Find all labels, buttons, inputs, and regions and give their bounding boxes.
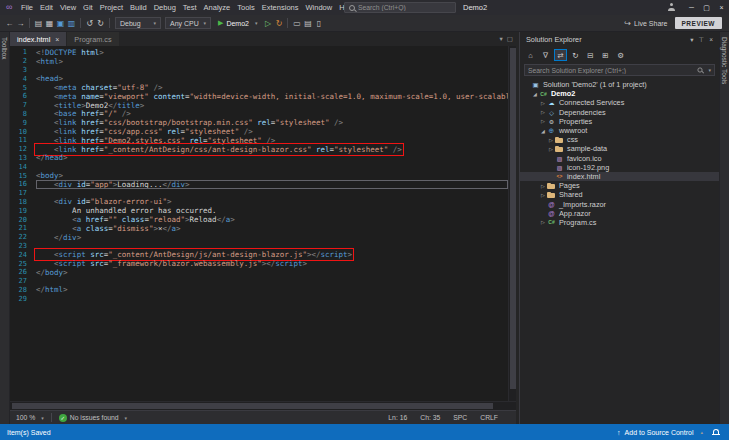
tree-item-index-html[interactable]: <>index.html (520, 172, 719, 181)
float-window-icon[interactable]: ▢ (507, 35, 513, 43)
code-line-5[interactable]: 5 <meta charset="utf-8" /> (10, 83, 508, 92)
code-line-3[interactable]: 3 (10, 66, 508, 75)
code-line-17[interactable]: 17 (10, 189, 508, 198)
menu-tools[interactable]: Tools (234, 3, 259, 12)
comment-icon[interactable]: ▤ (302, 18, 313, 29)
sync-with-active-document-icon[interactable]: ⇄ (554, 49, 567, 61)
tree-item-sample-data[interactable]: ▷sample-data (520, 144, 719, 153)
chevron-down-icon[interactable]: ◢ (539, 128, 547, 134)
live-share-button[interactable]: ↪ Live Share (624, 19, 667, 28)
scrollbar-thumb[interactable] (510, 48, 516, 389)
line-number[interactable]: 29 (10, 295, 32, 303)
line-number[interactable]: 24 (10, 251, 32, 259)
forward-icon[interactable]: → (15, 18, 26, 29)
line-number[interactable]: 28 (10, 286, 32, 294)
back-icon[interactable]: ← (4, 18, 15, 29)
close-icon[interactable]: × (709, 36, 713, 44)
pin-icon[interactable]: ⊤ (699, 36, 705, 44)
line-number[interactable]: 11 (10, 136, 32, 144)
column-indicator[interactable]: Ch: 35 (420, 414, 440, 421)
preview-badge[interactable]: PREVIEW (675, 17, 722, 29)
line-number[interactable]: 26 (10, 268, 32, 276)
code-line-18[interactable]: 18 <div id="blazor-error-ui"> (10, 198, 508, 207)
zoom-control[interactable]: 100 % ▾ (16, 414, 44, 421)
tree-item-solution-demo2-1-of-1-project[interactable]: ▣Solution 'Demo2' (1 of 1 project) (520, 80, 719, 89)
platform-dropdown[interactable]: Any CPU ▾ (165, 17, 211, 29)
horizontal-scrollbar[interactable] (10, 401, 516, 410)
global-search-box[interactable] (344, 2, 456, 13)
code-line-19[interactable]: 19 An unhandled error has occurred. (10, 206, 508, 215)
code-line-20[interactable]: 20 <a href="" class="reload">Reload</a> (10, 215, 508, 224)
code-line-11[interactable]: 11 <link href="Demo2.styles.css" rel="st… (10, 136, 508, 145)
spaces-indicator[interactable]: SPC (453, 414, 467, 421)
code-line-25[interactable]: 25 <script src="_framework/blazor.webass… (10, 259, 508, 268)
menu-debug[interactable]: Debug (150, 3, 179, 12)
code-area[interactable]: 1<!DOCTYPE html>2<html>34<head>5 <meta c… (10, 46, 508, 401)
issues-indicator[interactable]: ✓ No issues found ▾ (59, 414, 127, 422)
menu-view[interactable]: View (56, 3, 79, 12)
code-line-23[interactable]: 23 (10, 242, 508, 251)
code-line-9[interactable]: 9 <link href="css/bootstrap/bootstrap.mi… (10, 118, 508, 127)
tree-item-shared[interactable]: ▷Shared (520, 190, 719, 199)
chevron-right-icon[interactable]: ▷ (539, 118, 547, 124)
menu-file[interactable]: File (17, 3, 36, 12)
code-line-4[interactable]: 4<head> (10, 74, 508, 83)
code-line-26[interactable]: 26</body> (10, 268, 508, 277)
line-number[interactable]: 5 (10, 84, 32, 92)
maximize-button[interactable]: ▢ (699, 0, 714, 15)
line-number[interactable]: 18 (10, 198, 32, 206)
tree-item-connected-services[interactable]: ▷☁Connected Services (520, 98, 719, 107)
line-number[interactable]: 9 (10, 119, 32, 127)
scrollbar-thumb[interactable] (12, 403, 493, 409)
chevron-right-icon[interactable]: ▷ (539, 192, 547, 198)
diagnostic-tools-tab[interactable]: Diagnostic Tools (721, 37, 728, 424)
menu-build[interactable]: Build (127, 3, 151, 12)
code-line-28[interactable]: 28</html> (10, 286, 508, 295)
refresh-icon[interactable]: ↻ (569, 49, 582, 61)
bookmark-icon[interactable]: ▯ (313, 18, 324, 29)
tree-item-program-cs[interactable]: ▷C#Program.cs (520, 218, 719, 227)
toolbox-tab[interactable]: Toolbox (1, 37, 8, 424)
save-icon[interactable]: ▣ (55, 18, 66, 29)
code-line-22[interactable]: 22 </div> (10, 233, 508, 242)
code-line-27[interactable]: 27 (10, 277, 508, 286)
chevron-right-icon[interactable]: ▷ (539, 219, 547, 225)
code-line-6[interactable]: 6 <meta name="viewport" content="width=d… (10, 92, 508, 101)
code-line-7[interactable]: 7 <title>Demo2</title> (10, 101, 508, 110)
undo-icon[interactable]: ↺ (84, 18, 95, 29)
tree-item-imports-razor[interactable]: @_Imports.razor (520, 199, 719, 208)
line-number[interactable]: 21 (10, 224, 32, 232)
chevron-right-icon[interactable]: ▷ (539, 100, 547, 106)
menu-edit[interactable]: Edit (37, 3, 57, 12)
global-search-input[interactable] (358, 4, 455, 11)
properties-icon[interactable]: ⚙ (614, 49, 627, 61)
line-ending-indicator[interactable]: CRLF (480, 414, 498, 421)
tree-item-wwwroot[interactable]: ◢⊕wwwroot (520, 126, 719, 135)
line-number[interactable]: 2 (10, 57, 32, 65)
tree-item-properties[interactable]: ▷⚙Properties (520, 117, 719, 126)
line-number[interactable]: 13 (10, 154, 32, 162)
tree-item-demo2[interactable]: ◢C#Demo2 (520, 89, 719, 98)
chevron-down-icon[interactable]: ◢ (531, 91, 539, 97)
collapse-all-icon[interactable]: ⊟ (584, 49, 597, 61)
tree-item-css[interactable]: ▷css (520, 135, 719, 144)
tree-item-icon-192-png[interactable]: ▨icon-192.png (520, 163, 719, 172)
line-number[interactable]: 4 (10, 75, 32, 83)
line-number[interactable]: 6 (10, 92, 32, 100)
line-number[interactable]: 10 (10, 128, 32, 136)
line-number[interactable]: 15 (10, 172, 32, 180)
show-all-files-icon[interactable]: ⊞ (599, 49, 612, 61)
tree-item-dependencies[interactable]: ▷◇Dependencies (520, 108, 719, 117)
tab-program-cs[interactable]: Program.cs (67, 32, 118, 46)
vertical-scrollbar[interactable] (508, 46, 516, 401)
tree-item-favicon-ico[interactable]: ▨favicon.ico (520, 154, 719, 163)
code-line-21[interactable]: 21 <a class="dismiss">×</a> (10, 224, 508, 233)
line-number[interactable]: 22 (10, 233, 32, 241)
document-well-dropdown-icon[interactable]: ▾ (500, 35, 503, 43)
code-line-8[interactable]: 8 <base href="/" /> (10, 110, 508, 119)
chevron-right-icon[interactable]: ▷ (547, 137, 555, 143)
line-number[interactable]: 7 (10, 101, 32, 109)
find-in-files-icon[interactable]: ▭ (291, 18, 302, 29)
code-line-14[interactable]: 14 (10, 162, 508, 171)
toolbar-options-icon[interactable]: ▾ (690, 36, 693, 44)
